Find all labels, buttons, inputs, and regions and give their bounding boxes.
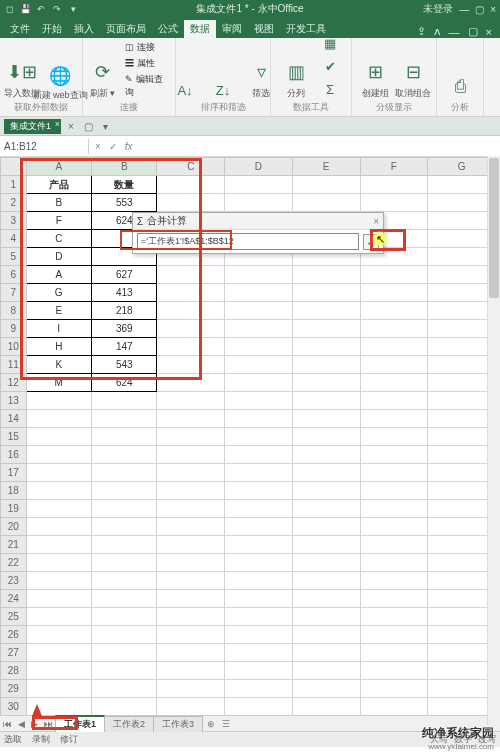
cell[interactable]: 543: [91, 356, 156, 374]
cell[interactable]: [26, 590, 91, 608]
cell[interactable]: [292, 356, 360, 374]
cell[interactable]: [157, 302, 225, 320]
formula-input[interactable]: [139, 144, 500, 148]
cell[interactable]: [292, 176, 360, 194]
cell[interactable]: [157, 572, 225, 590]
ribbon-tab-file[interactable]: 文件: [4, 20, 36, 38]
cell[interactable]: [292, 284, 360, 302]
row-header[interactable]: 15: [1, 428, 27, 446]
window-maximize-icon[interactable]: ▢: [475, 4, 484, 15]
ribbon-tab-formulas[interactable]: 公式: [152, 20, 184, 38]
row-header[interactable]: 24: [1, 590, 27, 608]
cell[interactable]: [292, 374, 360, 392]
cell[interactable]: [225, 338, 293, 356]
cell[interactable]: [157, 482, 225, 500]
cell[interactable]: [91, 626, 156, 644]
row-header[interactable]: 2: [1, 194, 27, 212]
sheet-nav-prev-icon[interactable]: ◀: [15, 719, 28, 729]
cell[interactable]: [91, 698, 156, 716]
row-header[interactable]: 26: [1, 626, 27, 644]
cell[interactable]: [225, 482, 293, 500]
cell[interactable]: E: [26, 302, 91, 320]
cell[interactable]: [225, 284, 293, 302]
window-close-icon[interactable]: ×: [490, 4, 496, 15]
qat-dropdown-icon[interactable]: ▾: [68, 4, 78, 14]
subwin-minimize-icon[interactable]: —: [445, 26, 464, 38]
cell[interactable]: [428, 500, 496, 518]
window-minimize-icon[interactable]: —: [459, 4, 469, 15]
cell[interactable]: [428, 536, 496, 554]
analysis-button[interactable]: ⎙: [443, 72, 477, 100]
cell[interactable]: [360, 320, 428, 338]
column-header-B[interactable]: B: [91, 158, 156, 176]
row-header[interactable]: 9: [1, 320, 27, 338]
qat-redo-icon[interactable]: ↷: [52, 4, 62, 14]
qat-save-icon[interactable]: 💾: [20, 4, 30, 14]
cell[interactable]: [292, 680, 360, 698]
status-select[interactable]: 选取: [4, 733, 22, 746]
cell[interactable]: 数量: [91, 176, 156, 194]
cell[interactable]: [91, 518, 156, 536]
row-header[interactable]: 29: [1, 680, 27, 698]
cell[interactable]: [428, 374, 496, 392]
dialog-close-icon[interactable]: ×: [373, 216, 379, 227]
cell[interactable]: [157, 536, 225, 554]
cell[interactable]: [225, 194, 293, 212]
vertical-scrollbar[interactable]: [487, 156, 500, 725]
cell[interactable]: [225, 410, 293, 428]
cell[interactable]: [292, 392, 360, 410]
cell[interactable]: [157, 446, 225, 464]
cell[interactable]: [428, 698, 496, 716]
column-header-C[interactable]: C: [157, 158, 225, 176]
doc-tab-more-icon[interactable]: ▾: [100, 121, 111, 132]
cell[interactable]: [428, 608, 496, 626]
cell[interactable]: [428, 266, 496, 284]
row-header[interactable]: 21: [1, 536, 27, 554]
cell[interactable]: [91, 662, 156, 680]
cell[interactable]: [360, 302, 428, 320]
cell[interactable]: [292, 464, 360, 482]
cell[interactable]: [428, 644, 496, 662]
cell[interactable]: [225, 662, 293, 680]
cell[interactable]: [225, 374, 293, 392]
cell[interactable]: [91, 446, 156, 464]
row-header[interactable]: 25: [1, 608, 27, 626]
cell[interactable]: [26, 482, 91, 500]
cell[interactable]: [26, 428, 91, 446]
cell[interactable]: F: [26, 212, 91, 230]
cell[interactable]: [26, 464, 91, 482]
cell[interactable]: [26, 662, 91, 680]
cell[interactable]: [428, 302, 496, 320]
cell[interactable]: [91, 392, 156, 410]
cell[interactable]: [225, 302, 293, 320]
doc-tab-add-icon[interactable]: ▢: [81, 121, 96, 132]
ribbon-share-icon[interactable]: ⇪: [413, 25, 430, 38]
ribbon-tab-layout[interactable]: 页面布局: [100, 20, 152, 38]
cell[interactable]: [157, 680, 225, 698]
cell[interactable]: [157, 626, 225, 644]
cell[interactable]: [292, 194, 360, 212]
cell[interactable]: [225, 590, 293, 608]
cell[interactable]: [360, 194, 428, 212]
ribbon-tab-developer[interactable]: 开发工具: [280, 20, 332, 38]
column-header-A[interactable]: A: [26, 158, 91, 176]
row-header[interactable]: 12: [1, 374, 27, 392]
select-all-corner[interactable]: [1, 158, 27, 176]
cell[interactable]: [292, 536, 360, 554]
cell[interactable]: [91, 572, 156, 590]
cell[interactable]: [157, 662, 225, 680]
sort-asc-button[interactable]: A↓: [168, 80, 202, 100]
text-to-columns-button[interactable]: ▥ 分列: [279, 58, 313, 100]
cell[interactable]: [225, 464, 293, 482]
cell[interactable]: C: [26, 230, 91, 248]
cell[interactable]: [360, 554, 428, 572]
cell[interactable]: [157, 644, 225, 662]
consolidate-button[interactable]: Σ: [317, 78, 343, 100]
sheet-nav-first-icon[interactable]: ⏮: [0, 719, 15, 729]
cell[interactable]: [292, 572, 360, 590]
cell[interactable]: [428, 320, 496, 338]
cell[interactable]: [225, 698, 293, 716]
cell[interactable]: [428, 680, 496, 698]
row-header[interactable]: 22: [1, 554, 27, 572]
cell[interactable]: [225, 608, 293, 626]
